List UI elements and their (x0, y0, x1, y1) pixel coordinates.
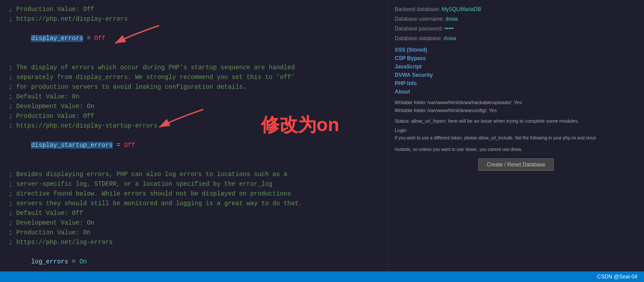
status-bar-text: CSDN @Seal-04 (597, 274, 637, 280)
section-xss[interactable]: XSS (Stored) (395, 47, 637, 53)
setting-name-display-errors: display_errors (31, 35, 83, 42)
section-about[interactable]: About (395, 89, 637, 95)
section-js[interactable]: JavaScript (395, 64, 637, 70)
include-note: If you wish to use a different token, pl… (395, 135, 637, 142)
status-line: Status: allow_url_fopen: here will be an… (395, 117, 637, 125)
db-backend: Backend database: MySQLiMariaDB (395, 4, 637, 14)
bottom-note: mutants, so unless you want to use 'dvwa… (395, 146, 637, 153)
right-panel-sections: XSS (Stored) CSP Bypass JavaScript DVWA … (395, 47, 637, 95)
status-bar: CSDN @Seal-04 (0, 271, 644, 282)
login-section: Login (395, 128, 637, 133)
folder-info: Writable folder /var/www/html/dvwa/hacka… (395, 98, 637, 114)
value-off-2: Off (124, 142, 135, 149)
create-db-button-container: Create / Reset Database (395, 158, 637, 171)
folder-info-1: Writable folder /var/www/html/dvwa/hacka… (395, 98, 637, 106)
right-panel: Backend database: MySQLiMariaDB Database… (388, 0, 644, 282)
section-phpinfo[interactable]: PHP Info (395, 80, 637, 86)
editor-container: ; Production Value: Off ; https://php.ne… (0, 0, 644, 282)
section-csp[interactable]: CSP Bypass (395, 55, 637, 61)
db-name: Database database: dvwa (395, 34, 637, 43)
folder-info-2: Writable folder /var/www/html/dvwa/confi… (395, 106, 637, 114)
create-reset-db-button[interactable]: Create / Reset Database (478, 158, 553, 171)
value-off-1: Off (94, 35, 105, 42)
value-on-1: On (80, 258, 87, 265)
setting-name-startup-errors: display_startup_errors (31, 142, 113, 149)
db-username: Database username: dvwa (395, 14, 637, 24)
section-security[interactable]: DVWA Security (395, 72, 637, 78)
db-password: Database password: ••••• (395, 24, 637, 34)
setting-name-log-errors: log_errors (31, 258, 68, 265)
